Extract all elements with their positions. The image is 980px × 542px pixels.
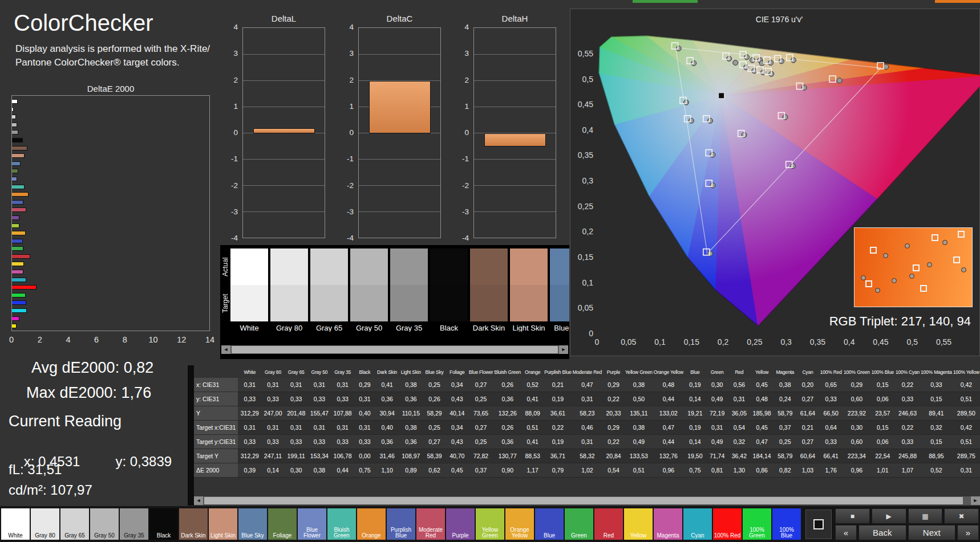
scrollbar-thumb[interactable] xyxy=(204,497,963,504)
scroll-left-arrow-icon[interactable]: ◄ xyxy=(194,496,203,505)
patch-label: Purple xyxy=(447,533,474,539)
back-chevron-icon[interactable]: « xyxy=(835,525,857,540)
patch-button[interactable]: Blue Flower xyxy=(298,508,326,540)
table-cell: 245,88 xyxy=(895,449,920,463)
table-cell: 0,29 xyxy=(602,421,625,435)
patch-button[interactable]: Yellow Green xyxy=(476,508,504,540)
scroll-right-arrow-icon[interactable]: ► xyxy=(559,345,568,354)
next-chevron-icon[interactable]: » xyxy=(957,525,979,540)
table-column-header: Bluish Green xyxy=(493,366,521,378)
back-button[interactable]: Back xyxy=(858,525,906,540)
delta-gridline xyxy=(474,80,556,81)
patch-label: 100% Green xyxy=(743,527,771,539)
deltae-x-tick-label: 0 xyxy=(9,335,14,344)
table-cell: 0,31 xyxy=(308,421,331,435)
deltae-bar xyxy=(12,215,19,220)
table-cell: 0,21 xyxy=(797,421,819,435)
patch-button[interactable]: Dark Skin xyxy=(179,508,208,540)
swatch-strip-item[interactable]: Gray 35 xyxy=(390,248,428,334)
patch-button[interactable]: Black xyxy=(149,508,178,540)
table-corner-cell xyxy=(194,366,238,378)
table-cell: 88,95 xyxy=(920,449,953,463)
table-column-header: Blue Flower xyxy=(468,366,494,378)
close-button[interactable]: ✖ xyxy=(944,508,979,524)
table-cell: 0,24 xyxy=(774,392,797,406)
patch-button[interactable]: Moderate Red xyxy=(416,508,445,540)
next-button[interactable]: Next xyxy=(908,525,956,540)
scroll-left-arrow-icon[interactable]: ◄ xyxy=(221,345,230,354)
table-row-label: y: CIE31 xyxy=(194,392,238,406)
table-cell: 0,31 xyxy=(572,435,602,449)
patch-button[interactable]: Orange xyxy=(357,508,386,540)
table-cell: 1,07 xyxy=(895,463,920,478)
patch-button[interactable]: Foliage xyxy=(268,508,297,540)
patch-button[interactable]: Gray 65 xyxy=(60,508,89,540)
table-cell: 0,29 xyxy=(843,378,870,392)
patch-button[interactable]: Blue Sky xyxy=(238,508,267,540)
scroll-right-arrow-icon[interactable]: ► xyxy=(971,496,980,505)
swatch-strip-item[interactable]: Light Skin xyxy=(510,248,548,334)
swatch-strip-item[interactable]: Dark Skin xyxy=(470,248,508,334)
table-cell: 0,00 xyxy=(354,449,375,463)
swatch-strip-item[interactable]: White xyxy=(230,248,268,334)
table-cell: 0,27 xyxy=(797,392,819,406)
patch-button[interactable]: Purplish Blue xyxy=(387,508,415,540)
cie-y-tick-label: 0,4 xyxy=(561,125,593,135)
table-cell: 23,57 xyxy=(870,406,895,421)
patch-button[interactable]: 100% Red xyxy=(713,508,742,540)
table-cell: 40,70 xyxy=(446,449,468,463)
patch-button[interactable]: Red xyxy=(594,508,623,540)
swatch-actual xyxy=(430,248,468,285)
table-cell: 132,76 xyxy=(653,449,684,463)
table-cell: 0,90 xyxy=(493,463,521,478)
table-cell: 0,33 xyxy=(819,435,843,449)
delta-gridline xyxy=(359,159,440,160)
patch-button[interactable]: Gray 35 xyxy=(120,508,148,540)
page-subtitle-line1: Display analysis is performed with the X… xyxy=(15,42,210,56)
patch-button[interactable]: Gray 50 xyxy=(90,508,119,540)
patch-button[interactable]: Orange Yellow xyxy=(505,508,534,540)
deltae-bar xyxy=(12,161,21,166)
results-table-scrollbar[interactable]: ◄ ► xyxy=(194,496,980,505)
cie-x-tick-label: 0,5 xyxy=(907,337,918,347)
patch-button[interactable]: Yellow xyxy=(624,508,653,540)
grid-button[interactable]: ▦ xyxy=(908,508,943,524)
deltae-bar xyxy=(12,207,26,212)
swatch-strip-item[interactable]: Black xyxy=(430,248,468,334)
patch-button[interactable]: 100% Green xyxy=(743,508,771,540)
cie-y-tick-label: 0,15 xyxy=(561,252,593,262)
swatch-strip-label: White xyxy=(230,321,268,332)
cie-x-tick-label: 0,15 xyxy=(684,337,699,347)
table-cell: 0,38 xyxy=(399,378,423,392)
patch-button[interactable]: Cyan xyxy=(683,508,712,540)
play-button[interactable]: ▶ xyxy=(872,508,906,524)
patch-label: Dark Skin xyxy=(180,533,207,539)
patch-button[interactable]: Magenta xyxy=(654,508,682,540)
patch-button[interactable]: Gray 80 xyxy=(31,508,59,540)
patch-button[interactable]: Blue xyxy=(535,508,564,540)
swatch-strip-item[interactable]: Gray 80 xyxy=(270,248,308,334)
patch-button[interactable]: White xyxy=(1,508,30,540)
table-cell: 0,51 xyxy=(953,392,980,406)
patch-button[interactable]: 100% Blue xyxy=(772,508,801,540)
table-cell: 0,33 xyxy=(331,392,354,406)
scrollbar-thumb[interactable] xyxy=(232,346,558,353)
patch-button[interactable]: Purple xyxy=(446,508,475,540)
table-cell: 58,79 xyxy=(774,449,797,463)
table-cell: 36,05 xyxy=(728,406,751,421)
table-cell: 0,48 xyxy=(750,392,774,406)
swatch-strip-item[interactable]: Gray 50 xyxy=(350,248,388,334)
swatch-strip-scrollbar[interactable]: ◄ ► xyxy=(221,345,568,354)
swatch-target xyxy=(350,285,388,321)
swatch-strip-item[interactable]: Gray 65 xyxy=(310,248,348,334)
patch-button[interactable]: Bluish Green xyxy=(327,508,356,540)
patch-label: Yellow xyxy=(625,533,652,539)
patch-label: Moderate Red xyxy=(417,527,444,539)
table-cell: 289,50 xyxy=(953,406,980,421)
table-cell: 0,43 xyxy=(446,392,468,406)
display-toggle-button[interactable] xyxy=(805,510,832,539)
patch-button[interactable]: Green xyxy=(565,508,593,540)
patch-button[interactable]: Light Skin xyxy=(209,508,237,540)
stop-button[interactable]: ■ xyxy=(835,508,870,524)
table-cell: 0,41 xyxy=(521,435,544,449)
